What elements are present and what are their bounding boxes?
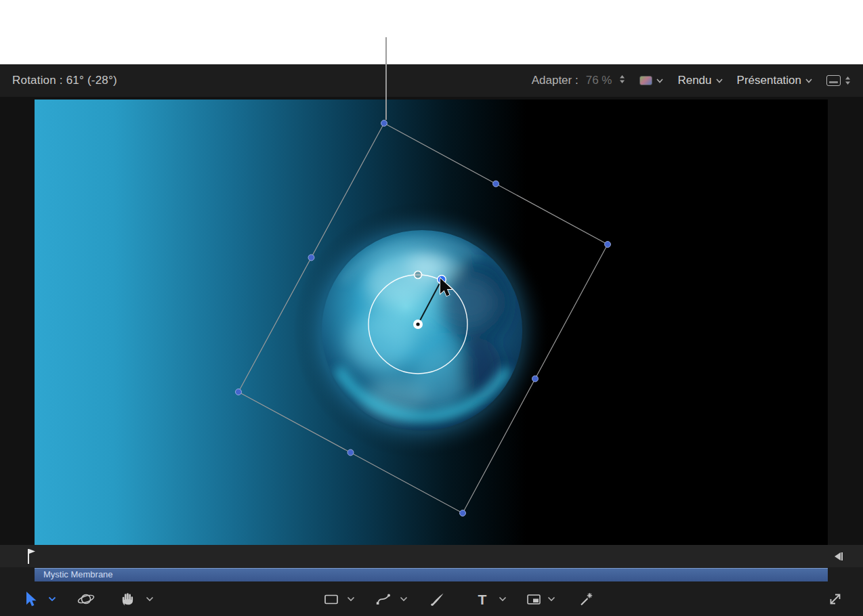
rotation-status: Rotation : 61° (-28°) [12,74,117,87]
pan-tool-button[interactable] [120,591,136,607]
toolbar: T [0,582,863,616]
rectangle-icon [322,591,340,607]
canvas-header-bar: Rotation : 61° (-28°) Adapter : 76 % Ren… [0,64,863,97]
image-mask-icon [525,591,543,607]
corner-handle-top[interactable] [381,120,387,127]
rectangle-tool-dropdown[interactable] [348,597,355,602]
chevron-down-icon [146,597,154,602]
arrow-cursor-icon [24,591,38,607]
fit-label: Adapter : [532,74,578,87]
playhead-marker-icon[interactable] [26,548,37,568]
corner-handle-left[interactable] [236,389,242,395]
mid-handle-top-left[interactable] [308,255,314,261]
paint-stroke-tool-button[interactable] [429,591,446,607]
channels-menu[interactable] [639,76,663,85]
3d-transform-icon [77,590,96,608]
membrane-orb-layer[interactable] [293,202,551,459]
mask-tool-button[interactable] [525,591,543,607]
zoom-value[interactable]: 76 % [586,74,612,87]
canvas-surround [0,97,863,545]
layer-name: Mystic Membrane [43,569,113,579]
magic-wand-icon [578,591,595,607]
text-tool-glyph: T [478,592,487,607]
bottom-bar: Mystic Membrane [0,567,863,616]
render-menu[interactable]: Rendu [677,74,722,87]
rectangle-tool-button[interactable] [322,591,340,607]
chevron-down-icon [805,79,812,83]
render-menu-label: Rendu [677,74,711,87]
bezier-tool-dropdown[interactable] [400,597,408,602]
pan-tool-dropdown[interactable] [146,597,154,602]
corner-handle-right[interactable] [605,242,611,248]
mid-handle-top-right[interactable] [493,181,499,187]
chevron-down-icon [716,79,723,83]
3d-transform-tool-button[interactable] [77,590,96,608]
chevron-down-icon [400,597,408,602]
select-tool-button[interactable] [24,591,38,607]
view-menu[interactable]: Présentation [737,74,812,87]
window-layout-icon [826,75,841,86]
chevron-down-icon [656,79,663,83]
corner-handle-bottom[interactable] [460,510,466,516]
text-tool-dropdown[interactable] [499,597,507,602]
paint-brush-icon [429,591,446,607]
anchor-point-dot [416,322,419,326]
bezier-pen-icon [375,591,392,607]
mini-timeline-strip[interactable] [0,545,863,567]
adjust-tool-button[interactable] [578,591,595,607]
chevron-down-icon [548,597,555,602]
zoom-stepper-icon[interactable] [619,74,625,87]
layout-selector[interactable] [826,75,851,86]
mid-handle-bottom-left[interactable] [348,449,354,456]
expand-view-button[interactable] [827,591,843,607]
select-tool-dropdown[interactable] [49,597,56,602]
chevron-down-icon [499,597,507,602]
channels-swatch-icon [639,76,652,85]
mid-handle-bottom-right[interactable] [532,376,539,382]
mini-timeline-layer-bar[interactable]: Mystic Membrane [35,568,828,581]
chevron-down-icon [49,597,56,602]
canvas-viewport[interactable] [35,100,828,545]
hand-icon [120,591,136,607]
skip-to-end-icon[interactable] [832,551,844,565]
callout-line [385,37,387,120]
mask-tool-dropdown[interactable] [548,597,555,602]
view-menu-label: Présentation [737,74,801,87]
chevron-down-icon [348,597,355,602]
rotation-origin-marker [415,271,422,279]
bezier-tool-button[interactable] [375,591,392,607]
text-tool-button[interactable]: T [478,592,487,607]
diagonal-resize-icon [827,591,843,607]
stepper-icon [845,76,851,85]
